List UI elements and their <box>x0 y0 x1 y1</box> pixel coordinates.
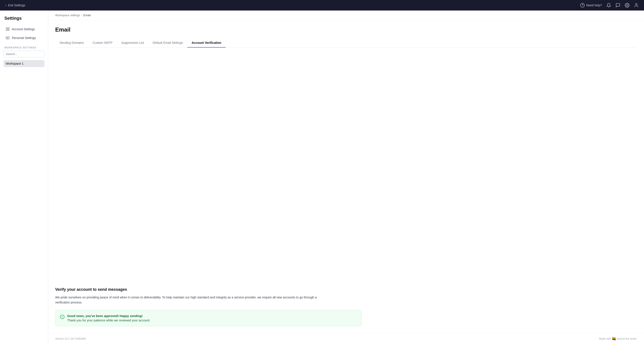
success-banner: Good news, you've been approved! Happy s… <box>55 310 362 326</box>
tab-suppression-list[interactable]: Suppression List <box>117 38 148 48</box>
notifications-icon[interactable] <box>606 3 611 8</box>
topbar-actions: Need help? <box>580 3 639 8</box>
svg-rect-6 <box>6 30 7 31</box>
svg-rect-4 <box>6 28 7 29</box>
workspace-1-item[interactable]: Workspace 1 <box>4 60 44 67</box>
user-profile-icon[interactable] <box>634 3 639 8</box>
account-settings-label: Account Settings <box>12 28 35 31</box>
topbar: ‹ Exit Settings Need help? <box>0 0 644 10</box>
exit-settings-label: Exit Settings <box>8 4 25 7</box>
personal-settings-label: Personal Settings <box>12 36 36 40</box>
main-layout: Settings Account Settings Personal Setti… <box>0 10 644 344</box>
verification-section: Verify your account to send messages We … <box>48 280 644 333</box>
sidebar-footer <box>4 335 44 339</box>
content-area: Workspace settings / Email Email Sending… <box>48 10 644 344</box>
svg-point-2 <box>626 4 628 6</box>
footer-love: Made with 🏳️‍🌈 around the world. <box>599 337 637 340</box>
workspace-search-input[interactable] <box>4 50 44 58</box>
settings-gear-icon[interactable] <box>625 3 630 8</box>
around-world-label: around the world. <box>616 337 637 340</box>
sidebar-title: Settings <box>4 16 44 21</box>
svg-rect-7 <box>8 30 9 31</box>
help-label: Need help? <box>586 4 602 7</box>
content-footer: Version 23.1.16+7ef83d60 Made with 🏳️‍🌈 … <box>48 333 644 344</box>
sidebar-item-personal-settings[interactable]: Personal Settings <box>4 34 44 42</box>
back-arrow-icon: ‹ <box>5 3 6 7</box>
verification-heading: Verify your account to send messages <box>55 287 637 292</box>
need-help-button[interactable]: Need help? <box>580 3 602 8</box>
content-body: Email Sending Domains Custom SMTP Suppre… <box>48 20 644 280</box>
verification-description: We pride ourselves on providing peace of… <box>55 295 318 305</box>
id-card-icon <box>6 36 10 40</box>
made-with-label: Made with <box>599 337 611 340</box>
tab-sending-domains[interactable]: Sending Domains <box>55 38 88 48</box>
svg-point-9 <box>7 38 8 38</box>
tab-custom-smtp[interactable]: Custom SMTP <box>88 38 117 48</box>
grid-icon <box>6 27 10 31</box>
tab-account-verification[interactable]: Account Verification <box>187 38 226 48</box>
help-circle-icon <box>580 3 585 8</box>
success-body: Thank you for your patience while we rev… <box>67 318 150 322</box>
breadcrumb-separator: / <box>81 14 82 17</box>
sidebar: Settings Account Settings Personal Setti… <box>0 10 48 344</box>
svg-point-0 <box>580 3 584 7</box>
breadcrumb-current: Email <box>84 14 91 17</box>
messages-icon[interactable] <box>616 3 620 8</box>
page-title: Email <box>55 26 637 33</box>
sidebar-item-account-settings[interactable]: Account Settings <box>4 25 44 33</box>
svg-rect-5 <box>8 28 9 29</box>
workspace-settings-section-label: WORKSPACE SETTINGS <box>4 43 44 50</box>
version-label: Version 23.1.16+7ef83d60 <box>55 337 86 340</box>
tabs-bar: Sending Domains Custom SMTP Suppression … <box>55 38 637 48</box>
breadcrumb-parent[interactable]: Workspace settings <box>55 14 80 17</box>
exit-settings-button[interactable]: ‹ Exit Settings <box>5 3 25 7</box>
tab-default-email-settings[interactable]: Default Email Settings <box>148 38 187 48</box>
svg-point-3 <box>636 4 637 5</box>
success-text-block: Good news, you've been approved! Happy s… <box>67 314 150 322</box>
success-check-icon <box>60 314 64 319</box>
success-title: Good news, you've been approved! Happy s… <box>67 314 150 318</box>
heart-icon: 🏳️‍🌈 <box>612 337 616 340</box>
breadcrumb: Workspace settings / Email <box>48 10 644 20</box>
